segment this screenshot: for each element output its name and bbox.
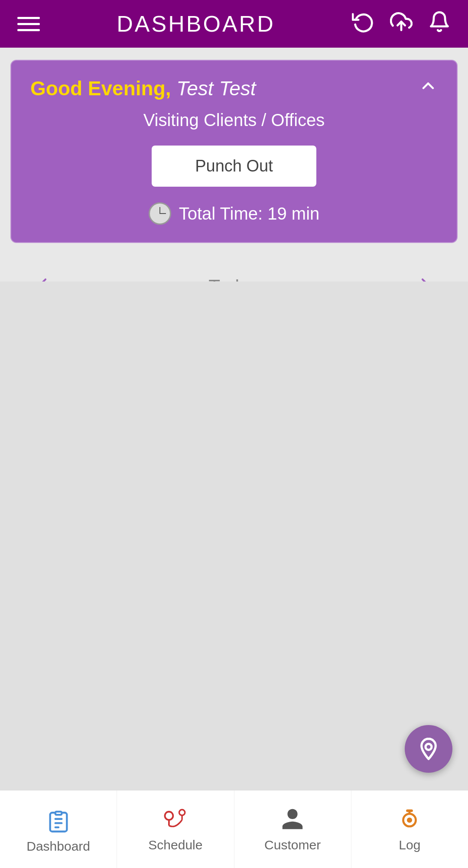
nav-label-dashboard: Dashboard	[26, 839, 90, 854]
punch-out-button[interactable]: Punch Out	[152, 146, 316, 187]
header: DASHBOARD	[0, 0, 468, 48]
nav-label-customer: Customer	[264, 838, 321, 852]
greeting-bold: Good Evening,	[30, 77, 171, 100]
svg-point-1	[426, 744, 432, 750]
svg-point-6	[165, 812, 173, 820]
greeting-card: Good Evening, Test Test Visiting Clients…	[10, 60, 458, 243]
total-time-label: Total Time: 19 min	[179, 204, 320, 223]
bell-icon[interactable]	[428, 10, 451, 38]
schedule-icon	[161, 806, 190, 833]
nav-label-schedule: Schedule	[148, 838, 202, 852]
greeting-text: Good Evening, Test Test	[30, 77, 256, 100]
greeting-header: Good Evening, Test Test	[30, 76, 438, 100]
nav-item-log[interactable]: Log	[351, 790, 468, 868]
collapse-icon[interactable]	[419, 76, 438, 100]
upload-icon[interactable]	[390, 10, 413, 38]
log-icon	[397, 806, 422, 833]
nav-item-schedule[interactable]: Schedule	[117, 790, 234, 868]
location-fab-button[interactable]	[405, 725, 452, 773]
dashboard-clipboard-icon	[46, 810, 71, 835]
refresh-icon[interactable]	[352, 10, 374, 38]
total-time: Total Time: 19 min	[30, 202, 438, 225]
svg-point-11	[407, 817, 412, 823]
greeting-name-val: Test	[219, 77, 256, 100]
header-title: DASHBOARD	[117, 11, 275, 37]
visiting-text: Visiting Clients / Offices	[30, 110, 438, 130]
nav-item-dashboard[interactable]: Dashboard	[0, 790, 117, 868]
header-icons	[352, 10, 451, 38]
nav-item-customer[interactable]: Customer	[234, 790, 351, 868]
greeting-name: Test	[176, 77, 213, 100]
clock-icon	[149, 202, 171, 225]
bottom-nav: Dashboard Schedule Customer	[0, 790, 468, 868]
customer-icon	[280, 806, 305, 833]
svg-rect-2	[55, 811, 62, 814]
svg-point-8	[179, 810, 185, 815]
map-area	[0, 282, 468, 790]
hamburger-icon[interactable]	[17, 17, 40, 31]
nav-label-log: Log	[399, 838, 420, 852]
